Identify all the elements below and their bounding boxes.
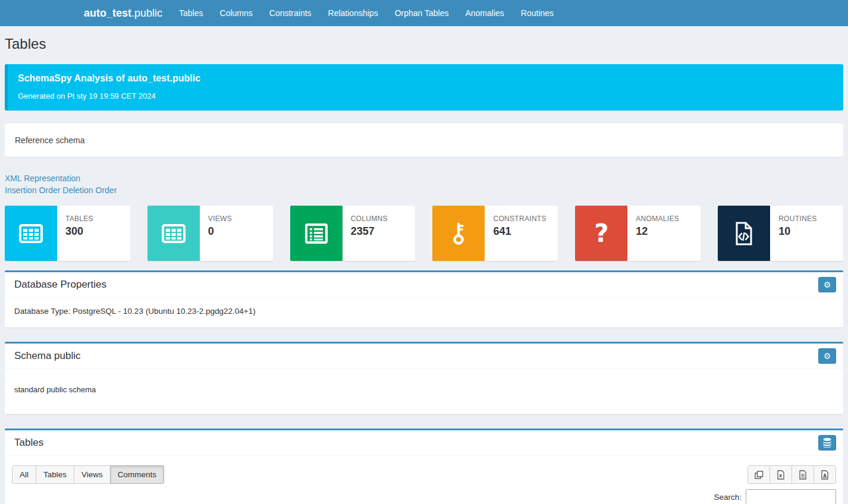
tab-comments[interactable]: Comments bbox=[110, 465, 164, 484]
top-navbar: auto_test.public Tables Columns Constrai… bbox=[0, 0, 848, 26]
gear-button[interactable]: ⚙ bbox=[818, 277, 836, 292]
brand-link[interactable]: auto_test.public bbox=[84, 7, 162, 20]
stat-tile-columns: COLUMNS 2357 bbox=[290, 206, 416, 261]
stat-value: 641 bbox=[493, 225, 546, 238]
export-buttons: x A bbox=[748, 465, 836, 484]
stat-value: 12 bbox=[636, 225, 679, 238]
gear-icon: ⚙ bbox=[824, 351, 831, 361]
tab-all[interactable]: All bbox=[12, 465, 36, 484]
tab-views[interactable]: Views bbox=[74, 465, 111, 484]
deletion-order-link[interactable]: Deletion Order bbox=[62, 185, 117, 195]
key-icon bbox=[432, 206, 485, 261]
list-box-icon bbox=[290, 206, 343, 261]
stat-tile-routines: ROUTINES 10 bbox=[718, 206, 843, 261]
stat-value: 0 bbox=[208, 225, 232, 238]
export-pdf-button[interactable]: A bbox=[814, 465, 836, 484]
nav-item-columns[interactable]: Columns bbox=[212, 0, 261, 26]
database-icon bbox=[822, 437, 833, 448]
table-filter-tabs: All Tables Views Comments bbox=[12, 465, 164, 484]
export-links: XML Representation Insertion Order Delet… bbox=[5, 172, 843, 196]
search-input[interactable] bbox=[746, 489, 836, 504]
export-csv-button[interactable] bbox=[792, 465, 814, 484]
panel-title: Tables bbox=[14, 437, 43, 449]
analysis-banner: SchemaSpy Analysis of auto_test.public G… bbox=[5, 64, 843, 111]
stat-value: 10 bbox=[778, 225, 816, 238]
table-grid-icon bbox=[147, 206, 200, 261]
navbar-menu: Tables Columns Constraints Relationships… bbox=[171, 0, 562, 26]
database-properties-panel: Database Properties ⚙ Database Type: Pos… bbox=[5, 270, 843, 327]
question-mark-icon: ? bbox=[575, 206, 627, 261]
nav-item-orphan-tables[interactable]: Orphan Tables bbox=[387, 0, 457, 26]
database-button[interactable] bbox=[818, 435, 836, 451]
nav-item-routines[interactable]: Routines bbox=[513, 0, 562, 26]
stat-label: ROUTINES bbox=[778, 215, 816, 223]
gear-button[interactable]: ⚙ bbox=[818, 348, 836, 364]
insertion-order-link[interactable]: Insertion Order bbox=[5, 185, 60, 195]
stat-tile-anomalies: ? ANOMALIES 12 bbox=[575, 206, 701, 261]
banner-generated-timestamp: Generated on Pt sty 19 19:59 CET 2024 bbox=[18, 92, 834, 100]
stat-tile-views: VIEWS 0 bbox=[147, 206, 273, 261]
reference-schema-text: Reference schema bbox=[15, 136, 85, 145]
gear-icon: ⚙ bbox=[824, 280, 831, 289]
banner-title: SchemaSpy Analysis of auto_test.public bbox=[18, 73, 834, 84]
schema-description-text: standard public schema bbox=[5, 369, 843, 414]
pdf-file-icon: A bbox=[821, 470, 829, 480]
stat-tile-constraints: CONSTRAINTS 641 bbox=[432, 206, 558, 261]
excel-file-icon: x bbox=[777, 470, 785, 480]
stat-value: 2357 bbox=[351, 225, 388, 238]
tab-tables[interactable]: Tables bbox=[36, 465, 74, 484]
nav-item-constraints[interactable]: Constraints bbox=[261, 0, 320, 26]
schema-panel: Schema public ⚙ standard public schema bbox=[5, 342, 843, 414]
stat-value: 300 bbox=[65, 225, 93, 238]
xml-representation-link[interactable]: XML Representation bbox=[5, 174, 80, 183]
panel-title: Schema public bbox=[14, 350, 81, 362]
svg-text:x: x bbox=[779, 473, 783, 478]
nav-item-relationships[interactable]: Relationships bbox=[320, 0, 387, 26]
export-excel-button[interactable]: x bbox=[770, 465, 792, 484]
stat-label: ANOMALIES bbox=[636, 215, 679, 223]
stat-label: CONSTRAINTS bbox=[493, 215, 546, 223]
brand-schema-suffix: .public bbox=[131, 7, 162, 19]
csv-file-icon bbox=[799, 470, 807, 480]
code-file-icon bbox=[718, 206, 770, 261]
svg-text:A: A bbox=[823, 473, 827, 478]
panel-title: Database Properties bbox=[14, 279, 106, 291]
stats-row: TABLES 300 VIEWS 0 bbox=[5, 206, 843, 261]
copy-icon bbox=[754, 470, 764, 480]
search-label: Search: bbox=[714, 493, 742, 502]
stat-label: VIEWS bbox=[208, 215, 232, 223]
reference-schema-box: Reference schema bbox=[5, 124, 843, 157]
stat-label: COLUMNS bbox=[351, 215, 388, 223]
stat-tile-tables: TABLES 300 bbox=[5, 206, 130, 261]
database-type-text: Database Type: PostgreSQL - 10.23 (Ubunt… bbox=[5, 298, 843, 327]
page-title: Tables bbox=[5, 36, 843, 52]
stat-label: TABLES bbox=[65, 215, 93, 223]
export-copy-button[interactable] bbox=[748, 465, 770, 484]
nav-item-tables[interactable]: Tables bbox=[171, 0, 211, 26]
tables-panel: Tables All Tables Views Comments bbox=[5, 429, 843, 504]
nav-item-anomalies[interactable]: Anomalies bbox=[457, 0, 512, 26]
brand-schema-name: auto_test bbox=[84, 7, 131, 19]
table-grid-icon bbox=[5, 206, 57, 261]
